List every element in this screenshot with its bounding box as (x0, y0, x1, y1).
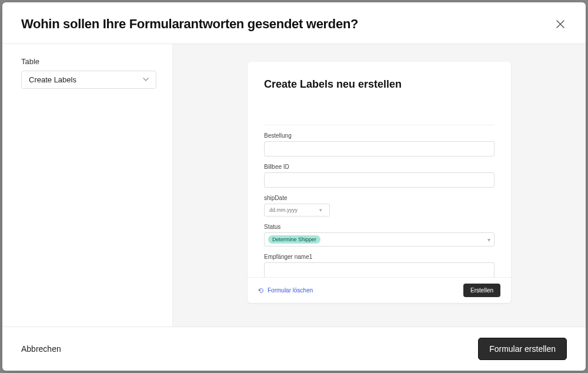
modal-body: Table Create Labels Create Labels neu er… (2, 44, 586, 327)
form-preview-area: Create Labels neu erstellen Bestellung B… (173, 44, 586, 327)
chevron-down-icon (143, 75, 149, 84)
form-title: Create Labels neu erstellen (264, 78, 495, 101)
status-tag: Determine Shipper (268, 235, 320, 244)
label-name1: Empfänger name1 (264, 254, 495, 260)
modal-header: Wohin sollen Ihre Formularantworten gese… (2, 2, 586, 44)
input-bestellung[interactable] (264, 141, 495, 156)
cancel-button[interactable]: Abbrechen (21, 344, 61, 354)
close-icon (556, 20, 564, 28)
form-scroll: Create Labels neu erstellen Bestellung B… (248, 62, 511, 277)
form-title-wrap: Create Labels neu erstellen (264, 78, 495, 125)
field-billbee: Billbee ID (264, 164, 495, 188)
input-billbee[interactable] (264, 172, 495, 188)
label-shipdate: shipDate (264, 195, 495, 201)
form-footer: Formular löschen Erstellen (248, 277, 511, 303)
sidebar: Table Create Labels (2, 44, 173, 327)
input-name1[interactable] (264, 262, 495, 277)
label-bestellung: Bestellung (264, 132, 495, 139)
undo-icon (258, 288, 264, 294)
table-select[interactable]: Create Labels (21, 71, 156, 89)
table-select-value: Create Labels (29, 75, 76, 84)
modal-dialog: Wohin sollen Ihre Formularantworten gese… (2, 2, 586, 371)
clear-form-label: Formular löschen (268, 287, 313, 294)
create-form-button[interactable]: Formular erstellen (478, 338, 567, 360)
chevron-down-icon: ▾ (487, 237, 490, 243)
label-billbee: Billbee ID (264, 164, 495, 170)
modal-footer: Abbrechen Formular erstellen (2, 327, 586, 371)
field-status: Status Determine Shipper ▾ (264, 224, 495, 247)
label-status: Status (264, 224, 495, 230)
form-submit-button[interactable]: Erstellen (463, 284, 500, 297)
select-status[interactable]: Determine Shipper ▾ (264, 232, 495, 247)
modal-title: Wohin sollen Ihre Formularantworten gese… (21, 16, 358, 32)
table-label: Table (21, 57, 153, 66)
field-name1: Empfänger name1 (264, 254, 495, 277)
clear-form-link[interactable]: Formular löschen (258, 287, 313, 294)
input-shipdate[interactable] (264, 204, 330, 217)
field-bestellung: Bestellung (264, 132, 495, 156)
field-shipdate: shipDate ▾ (264, 195, 495, 217)
form-card: Create Labels neu erstellen Bestellung B… (248, 62, 511, 303)
close-button[interactable] (554, 18, 567, 31)
